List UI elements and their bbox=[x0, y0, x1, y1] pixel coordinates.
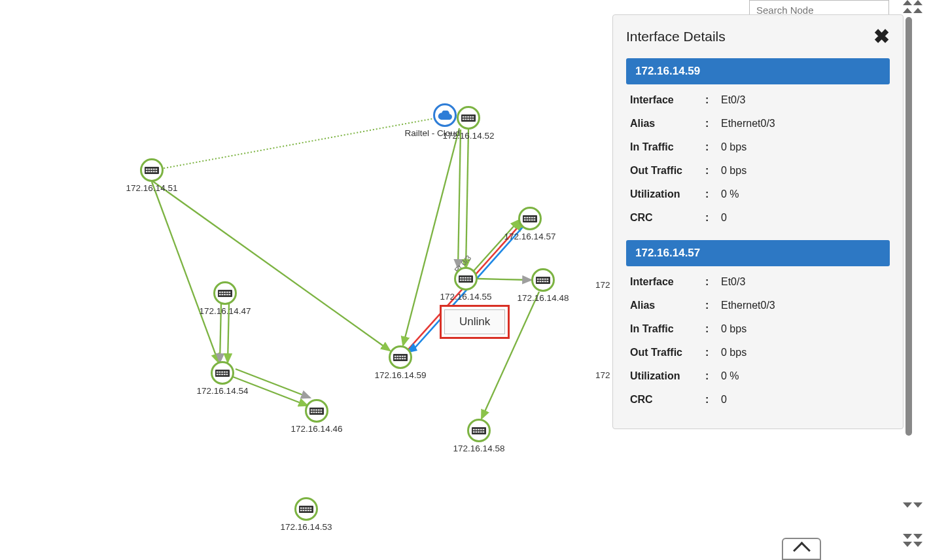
detail-value: 0 bbox=[721, 212, 886, 224]
detail-colon: : bbox=[705, 323, 721, 335]
chevron-up-icon bbox=[913, 0, 922, 5]
close-icon[interactable]: ✖ bbox=[873, 27, 890, 46]
detail-key: Interface bbox=[630, 276, 705, 288]
detail-colon: : bbox=[705, 94, 721, 106]
detail-value: 0 bps bbox=[721, 323, 886, 335]
detail-row: Alias:Ethernet0/3 bbox=[626, 112, 890, 135]
node-172-16-14-46[interactable] bbox=[305, 399, 328, 423]
detail-value: 0 bbox=[721, 394, 886, 406]
svg-line-1 bbox=[152, 181, 390, 351]
chevron-down-icon bbox=[903, 542, 912, 547]
detail-row: In Traffic:0 bps bbox=[626, 135, 890, 159]
chevron-down-icon bbox=[903, 534, 912, 539]
svg-line-2 bbox=[152, 182, 219, 362]
detail-row: CRC:0 bbox=[626, 388, 890, 411]
node-172-16-14-52[interactable] bbox=[457, 106, 480, 130]
detail-key: Utilization bbox=[630, 188, 705, 200]
detail-key: Out Traffic bbox=[630, 165, 705, 177]
unlink-button[interactable]: Unlink bbox=[444, 309, 505, 334]
detail-row: Out Traffic:0 bps bbox=[626, 159, 890, 183]
node-172-16-14-53[interactable] bbox=[294, 497, 318, 521]
detail-colon: : bbox=[705, 212, 721, 224]
interface-details-panel: Interface Details ✖ 172.16.14.59Interfac… bbox=[612, 14, 904, 429]
detail-value: 0 % bbox=[721, 188, 886, 200]
section-header: 172.16.14.59 bbox=[626, 58, 890, 84]
node-cloud[interactable] bbox=[433, 103, 457, 127]
panel-title: Interface Details bbox=[626, 29, 726, 44]
detail-key: CRC bbox=[630, 394, 705, 406]
detail-key: In Traffic bbox=[630, 323, 705, 335]
detail-row: Out Traffic:0 bps bbox=[626, 341, 890, 364]
detail-value: 0 bps bbox=[721, 165, 886, 177]
svg-line-8 bbox=[458, 130, 461, 268]
node-172-16-14-54[interactable] bbox=[211, 361, 234, 385]
svg-line-0 bbox=[161, 116, 445, 169]
expand-button[interactable] bbox=[782, 538, 821, 560]
detail-row: Interface:Et0/3 bbox=[626, 88, 890, 112]
detail-value: 0 % bbox=[721, 370, 886, 382]
detail-row: Alias:Ethernet0/3 bbox=[626, 294, 890, 317]
detail-colon: : bbox=[705, 347, 721, 359]
svg-line-5 bbox=[233, 377, 307, 406]
detail-colon: : bbox=[705, 394, 721, 406]
node-172-16-14-48[interactable] bbox=[531, 268, 555, 292]
chevron-up-icon bbox=[913, 8, 922, 13]
chevron-up-icon bbox=[903, 8, 912, 13]
detail-colon: : bbox=[705, 370, 721, 382]
cloud-icon bbox=[438, 111, 452, 120]
nav-arrows-bottom[interactable] bbox=[897, 502, 928, 547]
detail-row: Interface:Et0/3 bbox=[626, 270, 890, 294]
chevron-up-icon bbox=[903, 0, 912, 5]
node-172-16-14-58[interactable] bbox=[467, 419, 491, 442]
detail-key: CRC bbox=[630, 212, 705, 224]
detail-key: Out Traffic bbox=[630, 347, 705, 359]
detail-colon: : bbox=[705, 276, 721, 288]
detail-colon: : bbox=[705, 300, 721, 311]
detail-value: Ethernet0/3 bbox=[721, 300, 886, 311]
nav-arrows-top[interactable] bbox=[897, 0, 928, 13]
detail-key: Interface bbox=[630, 94, 705, 106]
svg-line-6 bbox=[236, 369, 310, 398]
detail-colon: : bbox=[705, 188, 721, 200]
detail-row: Utilization:0 % bbox=[626, 364, 890, 388]
detail-colon: : bbox=[705, 165, 721, 177]
detail-key: Alias bbox=[630, 118, 705, 130]
svg-line-4 bbox=[228, 304, 229, 362]
detail-value: 0 bps bbox=[721, 347, 886, 359]
chevron-down-icon bbox=[913, 534, 922, 539]
svg-line-11 bbox=[474, 220, 519, 271]
panel-scrollbar[interactable] bbox=[905, 17, 912, 447]
detail-row: Utilization:0 % bbox=[626, 183, 890, 206]
detail-colon: : bbox=[705, 118, 721, 130]
chevron-down-icon bbox=[913, 502, 922, 508]
detail-value: Et0/3 bbox=[721, 94, 886, 106]
detail-value: Et0/3 bbox=[721, 276, 886, 288]
node-172-16-14-59[interactable] bbox=[389, 345, 412, 369]
detail-key: In Traffic bbox=[630, 141, 705, 153]
node-172-16-14-47[interactable] bbox=[213, 281, 237, 305]
detail-row: CRC:0 bbox=[626, 206, 890, 230]
detail-colon: : bbox=[705, 141, 721, 153]
detail-key: Alias bbox=[630, 300, 705, 311]
node-172-16-14-51[interactable] bbox=[140, 158, 164, 182]
chevron-up-icon bbox=[793, 542, 811, 559]
section-header: 172.16.14.57 bbox=[626, 240, 890, 266]
svg-line-10 bbox=[478, 279, 531, 280]
svg-line-3 bbox=[220, 304, 221, 362]
node-172-16-14-57[interactable] bbox=[518, 207, 542, 230]
detail-value: 0 bps bbox=[721, 141, 886, 153]
link-context-menu: Unlink bbox=[440, 305, 510, 339]
node-172-16-14-55[interactable] bbox=[454, 267, 478, 290]
chevron-down-icon bbox=[903, 502, 912, 508]
svg-line-7 bbox=[466, 130, 468, 268]
detail-row: In Traffic:0 bps bbox=[626, 317, 890, 341]
chevron-down-icon bbox=[913, 542, 922, 547]
detail-value: Ethernet0/3 bbox=[721, 118, 886, 130]
detail-key: Utilization bbox=[630, 370, 705, 382]
